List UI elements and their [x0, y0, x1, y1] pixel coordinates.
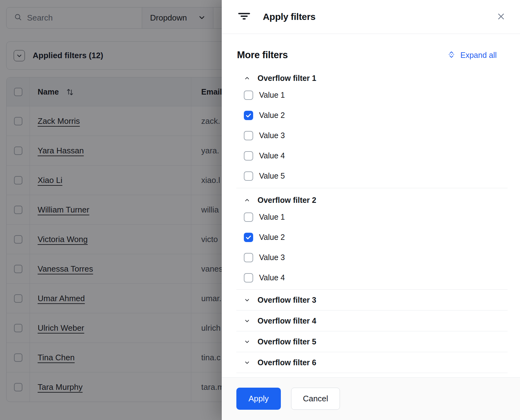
chevron-down-icon [244, 297, 250, 303]
unchecked-checkbox[interactable] [244, 171, 253, 181]
filter-value-label: Value 1 [259, 212, 285, 222]
filter-section-header-collapsed[interactable]: Overflow filter 6 [236, 352, 508, 373]
apply-button[interactable]: Apply [236, 388, 281, 410]
chevron-up-icon [244, 197, 250, 203]
unchecked-checkbox[interactable] [244, 273, 253, 282]
filter-section-title: Overflow filter 6 [258, 358, 316, 367]
chevron-up-icon [244, 75, 250, 81]
filter-value-row[interactable]: Value 2 [236, 105, 508, 125]
filter-value-row[interactable]: Value 5 [236, 166, 508, 186]
expand-all-link[interactable]: Expand all [448, 51, 497, 60]
unchecked-checkbox[interactable] [244, 131, 253, 140]
filter-value-label: Value 2 [259, 111, 285, 120]
cancel-button[interactable]: Cancel [291, 388, 340, 410]
panel-body: More filters Expand all Overflow fil [222, 34, 520, 377]
filter-section-title: Overflow filter 2 [258, 196, 316, 205]
filter-value-row[interactable]: Value 4 [236, 146, 508, 166]
panel-header: Apply filters [222, 0, 520, 34]
filter-value-row[interactable]: Value 2 [236, 227, 508, 247]
close-icon [497, 13, 505, 20]
filter-section-title: Overflow filter 1 [258, 74, 316, 83]
panel-footer: Apply Cancel [222, 377, 520, 420]
unchecked-checkbox[interactable] [244, 253, 253, 262]
section-divider [236, 188, 508, 188]
expand-all-label: Expand all [460, 51, 497, 60]
filter-value-row[interactable]: Value 3 [236, 125, 508, 146]
chevron-down-icon [244, 339, 250, 345]
more-filters-heading: More filters [237, 49, 288, 61]
panel-title: Apply filters [263, 12, 315, 22]
unchecked-checkbox[interactable] [244, 151, 253, 161]
filter-section-header[interactable]: Overflow filter 1 [236, 71, 508, 85]
filter-icon [238, 13, 250, 21]
filter-value-label: Value 1 [259, 91, 285, 100]
checked-checkbox[interactable] [244, 111, 253, 120]
expand-all-icon [448, 51, 455, 59]
filter-value-row[interactable]: Value 1 [236, 85, 508, 105]
filter-section-title: Overflow filter 5 [258, 337, 316, 346]
unchecked-checkbox[interactable] [244, 91, 253, 100]
filter-value-label: Value 4 [259, 273, 285, 282]
filter-section-header[interactable]: Overflow filter 2 [236, 193, 508, 207]
filter-section-title: Overflow filter 3 [258, 296, 316, 305]
filter-value-label: Value 3 [259, 131, 285, 140]
filter-value-label: Value 4 [259, 151, 285, 160]
apply-filters-panel: Apply filters More filters [222, 0, 520, 420]
chevron-down-icon [244, 360, 250, 366]
more-filters-row: More filters Expand all [236, 47, 508, 63]
filter-section-header-collapsed[interactable]: Overflow filter 4 [236, 310, 508, 331]
close-button[interactable] [496, 12, 506, 21]
filter-value-label: Value 5 [259, 171, 285, 180]
filter-value-label: Value 3 [259, 253, 285, 262]
checked-checkbox[interactable] [244, 233, 253, 242]
filter-value-label: Value 2 [259, 233, 285, 242]
app-root: Search Dropdown Applied filters (12) [0, 0, 520, 420]
unchecked-checkbox[interactable] [244, 212, 253, 222]
filter-section-header-collapsed[interactable]: Overflow filter 5 [236, 331, 508, 352]
filter-value-row[interactable]: Value 1 [236, 207, 508, 227]
chevron-down-icon [244, 318, 250, 324]
filter-section-header-collapsed[interactable]: Overflow filter 3 [236, 290, 508, 310]
filter-section-title: Overflow filter 4 [258, 316, 316, 325]
filter-sections: Overflow filter 1Value 1Value 2Value 3Va… [236, 71, 508, 373]
filter-value-row[interactable]: Value 3 [236, 247, 508, 268]
filter-value-row[interactable]: Value 4 [236, 268, 508, 288]
